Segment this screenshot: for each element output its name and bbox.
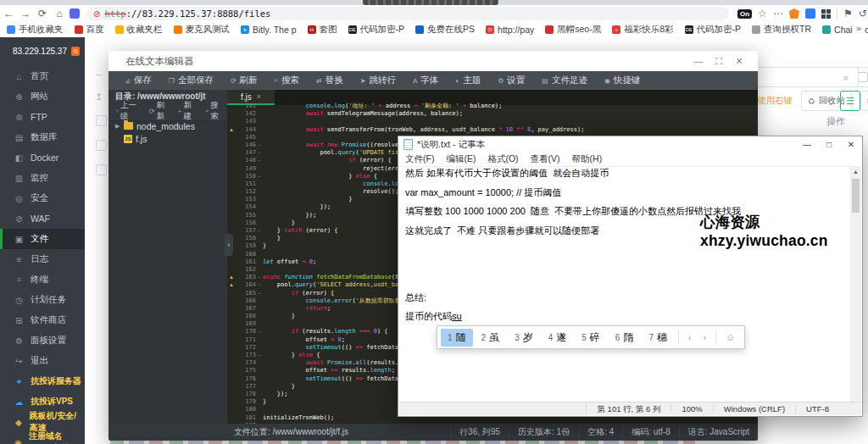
sidebar-item-抗投诉VPS[interactable]: ☁抗投诉VPS xyxy=(0,391,85,412)
address-bar[interactable]: ⊘ http://83.229.125.37:8888/files xyxy=(86,7,729,20)
toolbar-快捷键[interactable]: ◉快捷键 xyxy=(597,71,648,90)
bookmark-item[interactable]: DE代码加密-P xyxy=(685,24,742,36)
sidebar-item-FTP[interactable]: ⊜FTP xyxy=(0,107,85,127)
bookmark-item[interactable]: 黑帽seo-黑 xyxy=(545,24,601,36)
menu-帮助(H)[interactable]: 帮助(H) xyxy=(572,153,603,165)
sidebar-item-计划任务[interactable]: ◷计划任务 xyxy=(0,290,85,310)
notepad-scrollbar[interactable]: ▲ xyxy=(850,167,861,402)
bookmark-item[interactable]: 麦克风测试 xyxy=(174,24,231,36)
notification-badge[interactable]: 0 xyxy=(71,47,80,56)
toolbar-字体[interactable]: A字体 xyxy=(405,71,446,90)
metamask-icon[interactable] xyxy=(789,8,799,19)
menu-格式(O)[interactable]: 格式(O) xyxy=(487,153,518,165)
sidebar-item-文件[interactable]: ▣文件 xyxy=(0,229,85,249)
home-icon[interactable]: ⌂ xyxy=(51,8,68,19)
toolbar-保存[interactable]: ⊿保存 xyxy=(117,71,159,90)
sidebar-item-抗投诉服务器[interactable]: ✦抗投诉服务器 xyxy=(0,371,85,391)
ime-candidate-4[interactable]: 4遂 xyxy=(542,329,574,347)
editor-title-bar[interactable]: 在线文本编辑器 — ⛶ ✕ xyxy=(108,51,758,71)
bookmark-item[interactable]: 百度 xyxy=(75,24,104,36)
tab-close-icon[interactable]: × xyxy=(257,92,261,101)
sidebar-item-软件商店[interactable]: ⊞软件商店 xyxy=(0,310,85,330)
sidebar-item-跳板机/安全/高速[interactable]: ◆跳板机/安全/高速 xyxy=(0,412,85,432)
menu-文件(F)[interactable]: 文件(F) xyxy=(405,153,434,165)
sidebar-item-Docker[interactable]: ◧Docker xyxy=(0,147,85,168)
reload-icon[interactable]: ⟳ xyxy=(34,8,51,19)
scrollbar-thumb[interactable] xyxy=(852,179,860,213)
sidebar-item-网站[interactable]: ⊕网站 xyxy=(0,86,85,107)
bookmark-item[interactable]: Ohttp://pay xyxy=(486,25,534,35)
forward-icon[interactable]: → xyxy=(17,8,34,19)
sidebar-header[interactable]: 83.229.125.37 0 xyxy=(0,37,85,66)
history-icon[interactable]: ↺ xyxy=(859,8,867,19)
ime-candidate-5[interactable]: 5碎 xyxy=(575,329,607,347)
sidebar-item-日志[interactable]: ≡日志 xyxy=(0,249,85,269)
sidebar-item-安全[interactable]: ◎安全 xyxy=(0,188,85,208)
back-icon[interactable]: ← xyxy=(0,8,17,19)
ime-candidate-2[interactable]: 2虽 xyxy=(475,329,507,347)
site-not-secure-icon[interactable]: ⊘ xyxy=(93,9,100,19)
toolbar-跳转行[interactable]: ➤跳转行 xyxy=(353,71,403,90)
toolbar-刷新[interactable]: ⟳刷新 xyxy=(223,71,265,90)
ime-candidate-7[interactable]: 7穗 xyxy=(642,329,674,347)
menu-查看(V)[interactable]: 查看(V) xyxy=(531,153,560,165)
blue-extension-icon[interactable] xyxy=(805,8,815,19)
page-back-icon[interactable]: ← xyxy=(95,68,104,78)
upload-icon[interactable]: ↥ xyxy=(95,92,103,103)
toolbar-主题[interactable]: ◐主题 xyxy=(448,71,488,90)
sidebar-item-WAF[interactable]: ⊘WAF xyxy=(0,208,85,229)
tree-button-刷新[interactable]: ⟳刷新 xyxy=(146,100,173,122)
tree-item-f.js[interactable]: JSf.js xyxy=(108,132,227,145)
grid-view-toggle[interactable]: ⊞ xyxy=(860,91,868,111)
apps-grid-icon[interactable] xyxy=(821,9,831,19)
toolbar-搜索[interactable]: ⌕搜索 xyxy=(267,71,307,90)
tree-button-搜索[interactable]: ⌕搜索 xyxy=(202,100,227,122)
notepad-maximize-icon[interactable]: □ xyxy=(818,140,840,149)
ime-next-icon[interactable]: › xyxy=(698,332,712,342)
notepad-minimize-icon[interactable]: — xyxy=(796,140,818,149)
bookmark-item[interactable]: 收藏夹栏 xyxy=(115,24,163,36)
bookmark-item[interactable]: 查询授权TR xyxy=(752,24,811,36)
sidebar-item-数据库[interactable]: ▤数据库 xyxy=(0,127,85,147)
sidebar-item-注册域名USDT支付[interactable]: ◉注册域名USDT支付 xyxy=(0,432,85,444)
list-view-toggle[interactable]: ☰ xyxy=(840,91,860,111)
bookmark-item[interactable]: 手机收藏夹 xyxy=(7,24,64,36)
ime-candidate-3[interactable]: 3岁 xyxy=(508,329,540,347)
bookmarks-overflow-icon[interactable]: » xyxy=(853,23,865,33)
menu-编辑(E)[interactable]: 编辑(E) xyxy=(446,153,476,165)
include-subdir-checkbox[interactable] xyxy=(858,72,868,82)
tree-button-新建[interactable]: +新建 xyxy=(175,100,200,122)
ime-candidate-1[interactable]: 1随 xyxy=(441,329,473,347)
bookmark-item[interactable]: 免费在线PS xyxy=(415,24,475,36)
ime-prev-icon[interactable]: ‹ xyxy=(683,332,697,342)
ime-emoji-icon[interactable]: ☺ xyxy=(721,332,740,342)
toolbar-文件足迹[interactable]: ▤文件足迹 xyxy=(534,71,595,90)
bookmark-item[interactable]: H套图 xyxy=(308,24,337,36)
toolbar-替换[interactable]: ⇄替换 xyxy=(309,71,351,90)
minimize-icon[interactable]: — xyxy=(688,56,709,66)
sidebar-item-首页[interactable]: ⌂首页 xyxy=(0,66,85,86)
flag-icon[interactable]: ⚑ xyxy=(843,8,853,19)
row-checkbox[interactable] xyxy=(96,115,107,126)
scroll-up-icon[interactable]: ▲ xyxy=(850,167,861,177)
sidebar-item-退出[interactable]: ↪退出 xyxy=(0,351,85,371)
tree-collapse-handle[interactable]: ‹ xyxy=(225,234,233,256)
extension-icon[interactable] xyxy=(70,8,80,19)
toolbar-全部保存[interactable]: ❒全部保存 xyxy=(161,71,221,90)
row-checkbox[interactable] xyxy=(96,140,107,151)
more-actions-icon[interactable]: ⋯ xyxy=(773,8,783,19)
row-checkbox[interactable] xyxy=(96,164,107,175)
sidebar-item-终端[interactable]: ⌗终端 xyxy=(0,269,85,290)
resize-grip[interactable] xyxy=(839,404,861,413)
bookmark-item[interactable]: +福彩快乐8彩 xyxy=(612,24,673,36)
tree-button-上一级[interactable]: ↑上一级 xyxy=(112,100,144,122)
notepad-close-icon[interactable]: ✕ xyxy=(840,140,862,149)
bookmark-item[interactable]: bBitly. The p xyxy=(241,25,297,35)
close-icon[interactable]: ✕ xyxy=(729,56,749,67)
bookmark-item[interactable]: DE代码加密-P xyxy=(348,24,405,36)
sidebar-item-监控[interactable]: ▥监控 xyxy=(0,168,85,188)
search-button[interactable]: ⌕ xyxy=(834,67,859,87)
sidebar-item-面板设置[interactable]: ⚙面板设置 xyxy=(0,330,85,351)
password-manager-icon[interactable]: On xyxy=(737,9,752,19)
bookmark-star-icon[interactable]: ☆ xyxy=(758,8,767,19)
